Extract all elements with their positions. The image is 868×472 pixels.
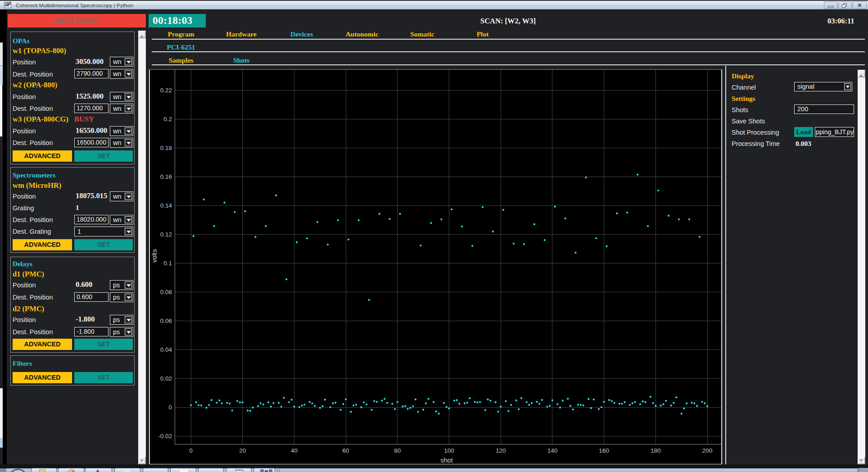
svg-text:0.16: 0.16 [160, 173, 172, 180]
svg-text:100: 100 [444, 447, 454, 454]
svg-text:-0.02: -0.02 [158, 433, 172, 440]
svg-text:0.18: 0.18 [160, 145, 172, 151]
svg-text:0.2: 0.2 [163, 116, 172, 123]
svg-text:200: 200 [702, 447, 713, 454]
svg-text:0.14: 0.14 [160, 202, 172, 209]
svg-text:0.08: 0.08 [160, 289, 172, 295]
svg-text:40: 40 [291, 447, 298, 454]
svg-text:180: 180 [651, 447, 661, 454]
svg-text:0: 0 [168, 404, 172, 411]
svg-text:0: 0 [189, 447, 193, 454]
svg-text:80: 80 [394, 447, 401, 454]
svg-text:volts: volts [151, 249, 158, 263]
svg-text:0.12: 0.12 [160, 231, 172, 238]
svg-text:60: 60 [343, 447, 349, 454]
svg-text:120: 120 [496, 447, 506, 454]
svg-text:0.22: 0.22 [160, 87, 172, 94]
svg-text:0.06: 0.06 [160, 318, 172, 324]
svg-text:20: 20 [239, 447, 246, 454]
svg-text:0.02: 0.02 [160, 375, 172, 382]
svg-text:0.04: 0.04 [160, 346, 172, 353]
svg-text:0.1: 0.1 [163, 260, 172, 267]
svg-text:shot: shot [440, 457, 452, 464]
svg-text:140: 140 [547, 447, 558, 454]
svg-text:160: 160 [599, 447, 609, 454]
